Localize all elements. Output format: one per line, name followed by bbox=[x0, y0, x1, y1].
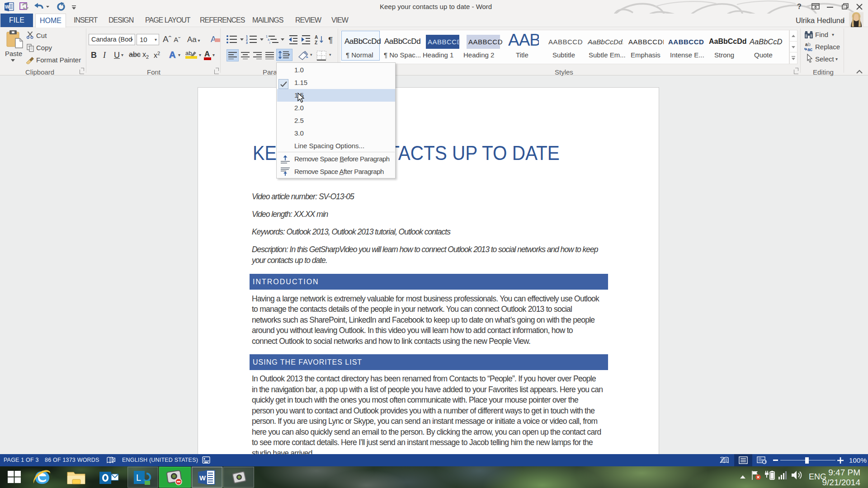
svg-text:ac: ac bbox=[807, 47, 813, 52]
svg-text:1: 1 bbox=[266, 35, 268, 38]
svg-text:¶: ¶ bbox=[328, 35, 333, 45]
svg-text:a: a bbox=[268, 38, 269, 41]
svg-text:Z: Z bbox=[315, 40, 317, 45]
svg-text:b: b bbox=[808, 42, 811, 47]
svg-text:W: W bbox=[5, 5, 9, 9]
svg-text:A: A bbox=[315, 35, 318, 40]
svg-text:L: L bbox=[136, 473, 141, 483]
svg-text:1: 1 bbox=[246, 35, 248, 38]
svg-text:3: 3 bbox=[246, 41, 248, 44]
svg-text:2: 2 bbox=[246, 38, 248, 41]
svg-text:W: W bbox=[199, 474, 206, 482]
svg-text:i: i bbox=[269, 41, 270, 44]
svg-text:?: ? bbox=[797, 3, 802, 10]
